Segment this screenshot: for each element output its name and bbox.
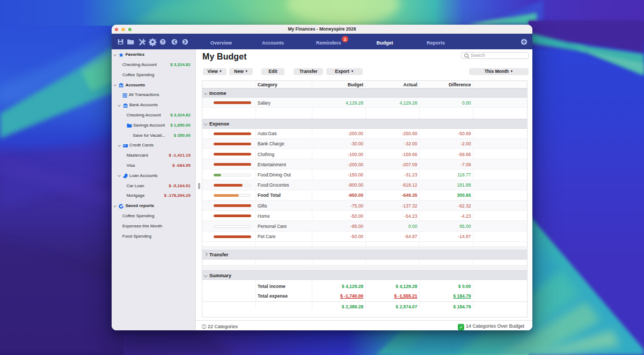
svg-text:?: ? (162, 39, 165, 45)
